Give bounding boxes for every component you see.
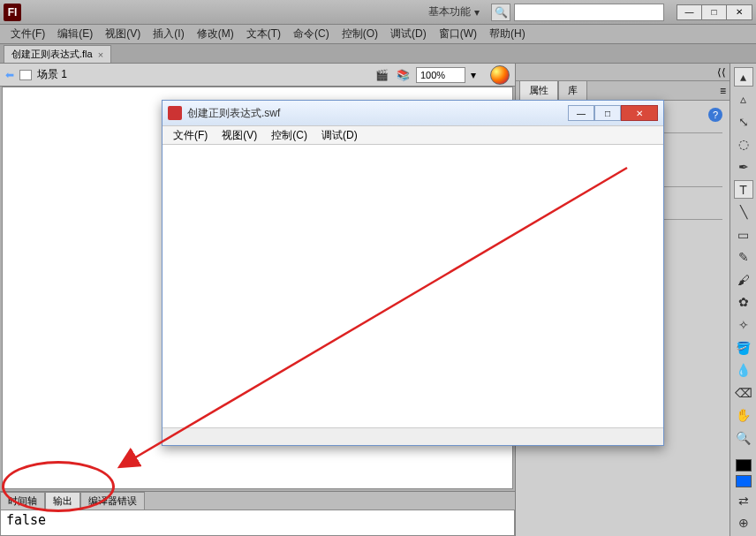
zoom-tool[interactable]: 🔍 — [734, 428, 753, 448]
snap-icon[interactable]: ⊕ — [734, 513, 753, 532]
panel-menu-icon[interactable]: ≡ — [720, 85, 726, 97]
swap-colors-icon[interactable]: ⇄ — [734, 491, 753, 510]
dock-collapse-icon[interactable]: ⟨⟨ — [717, 66, 726, 79]
workspace-dropdown[interactable]: 基本功能 ▾ — [422, 2, 486, 22]
window-minimize-button[interactable]: — — [677, 5, 702, 19]
edit-scene-icon[interactable]: 🎬 — [374, 67, 389, 83]
menu-insert[interactable]: 插入(I) — [147, 25, 189, 43]
tab-timeline[interactable]: 时间轴 — [0, 492, 45, 510]
tab-properties[interactable]: 属性 — [519, 80, 558, 101]
scene-icon — [19, 70, 32, 80]
paint-bucket-tool[interactable]: 🪣 — [734, 338, 753, 358]
menu-debug[interactable]: 调试(D) — [385, 25, 432, 43]
menu-help[interactable]: 帮助(H) — [484, 25, 531, 43]
rectangle-tool[interactable]: ▭ — [734, 225, 753, 245]
window-maximize-button[interactable]: □ — [702, 5, 727, 19]
lasso-tool[interactable]: ◌ — [734, 135, 753, 155]
tab-output[interactable]: 输出 — [45, 492, 80, 510]
eyedropper-tool[interactable]: 💧 — [734, 360, 753, 380]
scene-name: 场景 1 — [37, 67, 67, 82]
tab-library[interactable]: 库 — [558, 80, 587, 101]
brush-tool[interactable]: 🖌 — [734, 270, 753, 290]
text-tool[interactable]: T — [734, 180, 753, 200]
swf-app-icon — [168, 106, 182, 120]
swf-menu-view[interactable]: 视图(V) — [216, 126, 262, 145]
search-icon: 🔍 — [495, 6, 508, 19]
swf-statusbar — [163, 427, 663, 445]
help-icon[interactable]: ? — [708, 108, 722, 122]
app-logo: Fl — [4, 4, 21, 21]
line-tool[interactable]: ╲ — [734, 202, 753, 222]
main-menubar: 文件(F) 编辑(E) 视图(V) 插入(I) 修改(M) 文本(T) 命令(C… — [0, 25, 756, 44]
edit-symbols-icon[interactable]: 📚 — [395, 67, 411, 83]
swf-menu-control[interactable]: 控制(C) — [266, 126, 313, 145]
stroke-color-swatch[interactable] — [736, 459, 752, 472]
tools-panel: ▴ ▵ ⤡ ◌ ✒ T ╲ ▭ ✎ 🖌 ✿ ✧ 🪣 💧 ⌫ ✋ 🔍 ⇄ ⊕ — [730, 64, 756, 536]
search-input[interactable] — [514, 4, 664, 21]
chevron-down-icon: ▾ — [474, 6, 480, 19]
document-tab-close-icon[interactable]: × — [98, 49, 103, 60]
menu-edit[interactable]: 编辑(E) — [52, 25, 98, 43]
pencil-tool[interactable]: ✎ — [734, 248, 753, 268]
swf-maximize-button[interactable]: □ — [594, 105, 621, 121]
zoom-field[interactable] — [416, 67, 465, 83]
deco-tool[interactable]: ✿ — [734, 293, 753, 313]
fill-color-swatch[interactable] — [736, 475, 752, 487]
search-button[interactable]: 🔍 — [491, 4, 510, 21]
subselection-tool[interactable]: ▵ — [734, 90, 753, 109]
menu-control[interactable]: 控制(O) — [336, 25, 383, 43]
window-close-button[interactable]: ✕ — [727, 5, 752, 19]
output-panel: false — [0, 510, 515, 536]
hand-tool[interactable]: ✋ — [734, 405, 753, 425]
swf-window-title: 创建正则表达式.swf — [187, 106, 563, 121]
zoom-chevron-icon[interactable]: ▾ — [471, 69, 476, 81]
menu-file[interactable]: 文件(F) — [5, 25, 50, 43]
eraser-tool[interactable]: ⌫ — [734, 383, 753, 403]
document-tab-title: 创建正则表达式.fla — [11, 48, 93, 61]
back-icon[interactable]: ⬅ — [5, 69, 14, 81]
workspace-label: 基本功能 — [428, 4, 471, 19]
swf-close-button[interactable]: ✕ — [621, 105, 658, 121]
tab-compiler-errors[interactable]: 编译器错误 — [80, 492, 145, 510]
swf-player-window[interactable]: 创建正则表达式.swf — □ ✕ 文件(F) 视图(V) 控制(C) 调试(D… — [162, 100, 664, 446]
menu-text[interactable]: 文本(T) — [241, 25, 286, 43]
menu-view[interactable]: 视图(V) — [100, 25, 146, 43]
swf-minimize-button[interactable]: — — [568, 105, 594, 121]
swf-menu-debug[interactable]: 调试(D) — [316, 126, 363, 145]
free-transform-tool[interactable]: ⤡ — [734, 112, 753, 132]
palette-button[interactable] — [490, 65, 510, 85]
document-tab[interactable]: 创建正则表达式.fla × — [4, 45, 111, 63]
selection-tool[interactable]: ▴ — [734, 67, 753, 87]
menu-modify[interactable]: 修改(M) — [192, 25, 239, 43]
menu-commands[interactable]: 命令(C) — [288, 25, 335, 43]
bone-tool[interactable]: ✧ — [734, 315, 753, 335]
menu-window[interactable]: 窗口(W) — [434, 25, 482, 43]
swf-stage — [163, 145, 663, 427]
pen-tool[interactable]: ✒ — [734, 157, 753, 177]
swf-menu-file[interactable]: 文件(F) — [168, 126, 213, 145]
output-text: false — [6, 512, 46, 528]
